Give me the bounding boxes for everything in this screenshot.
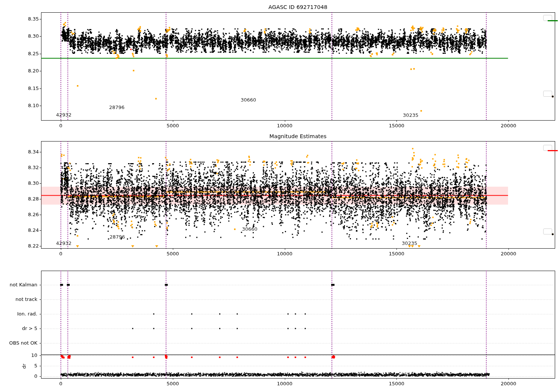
x-tick-label: 20000 [497,381,520,386]
y-tick-label: 8.28 [13,196,39,202]
obsid-annotation: 30660 [242,226,257,231]
legend-entry: OK [548,94,560,99]
mag-lines-legend: magOBSIDmag [543,145,552,151]
x-tick-label: 15000 [385,123,408,128]
line-swatch-icon [548,20,558,21]
obsid-annotation: 30235 [403,112,418,118]
y-tick-label: 8.10 [13,103,39,108]
status-legend: HighlightedOK [543,228,552,234]
obsid-annotation: 30235 [402,240,417,246]
y-tick-label: 8.35 [13,16,39,22]
x-tick-label: 5000 [161,381,185,386]
x-tick-label: 15000 [385,251,408,256]
figure: AGASC ID 692717048 Magnitude Estimates 0… [0,0,560,392]
legend-entry: OK [548,231,560,237]
legend-line-icon [548,20,558,21]
y-tick-label: 8.20 [13,68,39,74]
status-legend: not OKHighlightedOK [543,91,552,97]
x-tick-label: 5000 [161,123,185,128]
x-tick-label: 15000 [385,381,408,386]
flag-category-label: dr > 5 [1,326,37,331]
x-tick-label: 10000 [273,381,297,386]
legend-line-icon [548,150,558,151]
flag-category-label: Ion. rad. [1,311,37,317]
dot-swatch-icon [552,233,554,235]
flag-category-label: not track [1,296,37,302]
y-tick-label: 8.30 [13,180,39,186]
legend-entry: mag [548,148,560,153]
y-tick-label: 8.30 [13,33,39,39]
x-tick-label: 20000 [497,251,520,256]
obsid-annotation: 30660 [241,97,256,103]
x-tick-label: 5000 [161,251,185,256]
y-tick-label: 8.25 [13,51,39,56]
x-tick-label: 10000 [273,123,297,128]
dr-tick-label: 0 [1,373,37,379]
legend-dot-icon [548,96,558,97]
y-tick-label: 8.22 [13,243,39,249]
x-tick-label: 10000 [273,251,297,256]
x-tick-label: 0 [49,251,73,256]
y-tick-label: 8.32 [13,165,39,170]
mag-agasc-legend: magAGASC [543,15,552,21]
flag-category-label: not Kalman [1,282,37,287]
legend-entry: magAGASC [548,18,560,24]
legend-dot-icon [548,233,558,235]
top-plot-title: AGASC ID 692717048 [41,4,555,10]
x-tick-label: 0 [49,123,73,128]
flag-category-label: OBS not OK [1,340,37,346]
obsid-annotation: 42932 [56,240,71,246]
dot-swatch-icon [552,96,554,97]
y-tick-label: 8.26 [13,212,39,217]
dr-axis-label: dr [21,364,27,369]
charts-canvas [0,0,560,392]
x-tick-label: 20000 [497,123,520,128]
dr-tick-label: 10 [1,352,37,358]
y-tick-label: 8.34 [13,149,39,155]
line-swatch-icon [548,150,558,151]
obsid-annotation: 28796 [109,234,125,239]
y-tick-label: 8.24 [13,227,39,233]
middle-plot-title: Magnitude Estimates [41,133,555,139]
obsid-annotation: 42932 [56,112,71,118]
dr-tick-label: 5 [1,363,37,368]
x-tick-label: 0 [49,381,73,386]
y-tick-label: 8.15 [13,85,39,91]
obsid-annotation: 28796 [109,104,124,110]
